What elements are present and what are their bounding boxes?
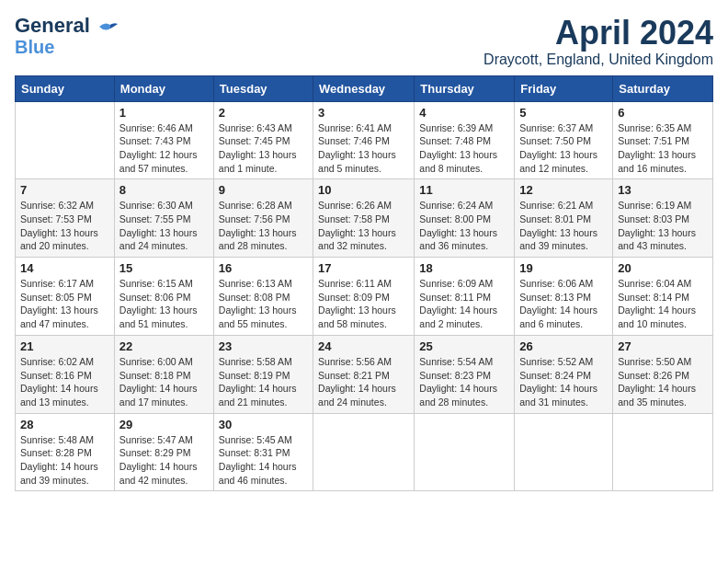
calendar-cell: 22Sunrise: 6:00 AM Sunset: 8:18 PM Dayli…	[114, 335, 213, 413]
day-number: 3	[318, 106, 409, 120]
calendar-cell: 9Sunrise: 6:28 AM Sunset: 7:56 PM Daylig…	[213, 179, 313, 258]
calendar-body: 1Sunrise: 6:46 AM Sunset: 7:43 PM Daylig…	[16, 101, 713, 491]
logo-blue: Blue	[15, 37, 54, 57]
week-row-3: 14Sunrise: 6:17 AM Sunset: 8:05 PM Dayli…	[16, 258, 713, 336]
calendar-cell: 10Sunrise: 6:26 AM Sunset: 7:58 PM Dayli…	[313, 179, 415, 258]
weekday-header-row: SundayMondayTuesdayWednesdayThursdayFrid…	[16, 75, 713, 101]
day-number: 19	[519, 261, 608, 275]
day-number: 13	[618, 183, 708, 197]
calendar-cell: 25Sunrise: 5:54 AM Sunset: 8:23 PM Dayli…	[415, 335, 515, 413]
calendar-cell: 14Sunrise: 6:17 AM Sunset: 8:05 PM Dayli…	[16, 258, 115, 336]
day-info: Sunrise: 5:47 AM Sunset: 8:29 PM Dayligh…	[119, 433, 209, 488]
day-number: 10	[318, 183, 409, 197]
day-number: 18	[419, 261, 509, 275]
calendar-cell: 3Sunrise: 6:41 AM Sunset: 7:46 PM Daylig…	[313, 101, 415, 179]
day-number: 9	[219, 183, 308, 197]
calendar-cell	[613, 413, 713, 491]
day-info: Sunrise: 6:15 AM Sunset: 8:06 PM Dayligh…	[119, 277, 209, 331]
day-info: Sunrise: 6:24 AM Sunset: 8:00 PM Dayligh…	[419, 199, 509, 253]
day-number: 27	[618, 339, 708, 353]
day-number: 23	[219, 339, 308, 353]
calendar-cell: 13Sunrise: 6:19 AM Sunset: 8:03 PM Dayli…	[613, 179, 713, 258]
day-info: Sunrise: 6:26 AM Sunset: 7:58 PM Dayligh…	[318, 199, 409, 253]
day-number: 21	[20, 339, 109, 353]
day-number: 16	[219, 261, 308, 275]
week-row-1: 1Sunrise: 6:46 AM Sunset: 7:43 PM Daylig…	[16, 101, 713, 179]
calendar-cell: 29Sunrise: 5:47 AM Sunset: 8:29 PM Dayli…	[114, 413, 213, 491]
calendar-cell: 6Sunrise: 6:35 AM Sunset: 7:51 PM Daylig…	[613, 101, 713, 179]
day-info: Sunrise: 6:37 AM Sunset: 7:50 PM Dayligh…	[519, 121, 608, 176]
weekday-friday: Friday	[515, 75, 613, 101]
location: Draycott, England, United Kingdom	[483, 52, 713, 68]
month-title: April 2024	[483, 15, 713, 52]
day-info: Sunrise: 6:28 AM Sunset: 7:56 PM Dayligh…	[219, 199, 308, 253]
weekday-tuesday: Tuesday	[213, 75, 313, 101]
day-number: 1	[119, 106, 209, 120]
day-info: Sunrise: 6:32 AM Sunset: 7:53 PM Dayligh…	[20, 199, 109, 253]
calendar-cell: 16Sunrise: 6:13 AM Sunset: 8:08 PM Dayli…	[213, 258, 313, 336]
day-info: Sunrise: 6:30 AM Sunset: 7:55 PM Dayligh…	[119, 199, 209, 253]
day-number: 15	[119, 261, 209, 275]
page-header: General Blue April 2024 Draycott, Englan…	[15, 15, 713, 68]
day-number: 22	[119, 339, 209, 353]
day-info: Sunrise: 5:54 AM Sunset: 8:23 PM Dayligh…	[419, 355, 509, 409]
day-info: Sunrise: 6:35 AM Sunset: 7:51 PM Dayligh…	[618, 121, 708, 176]
day-number: 25	[419, 339, 509, 353]
day-info: Sunrise: 6:13 AM Sunset: 8:08 PM Dayligh…	[219, 277, 308, 331]
weekday-saturday: Saturday	[613, 75, 713, 101]
calendar-table: SundayMondayTuesdayWednesdayThursdayFrid…	[15, 75, 713, 492]
day-number: 14	[20, 261, 109, 275]
calendar-cell: 24Sunrise: 5:56 AM Sunset: 8:21 PM Dayli…	[313, 335, 415, 413]
calendar-cell: 11Sunrise: 6:24 AM Sunset: 8:00 PM Dayli…	[415, 179, 515, 258]
weekday-wednesday: Wednesday	[313, 75, 415, 101]
day-info: Sunrise: 6:46 AM Sunset: 7:43 PM Dayligh…	[119, 121, 209, 176]
calendar-cell: 2Sunrise: 6:43 AM Sunset: 7:45 PM Daylig…	[213, 101, 313, 179]
day-number: 28	[20, 418, 109, 431]
day-info: Sunrise: 5:52 AM Sunset: 8:24 PM Dayligh…	[519, 355, 608, 409]
day-info: Sunrise: 6:21 AM Sunset: 8:01 PM Dayligh…	[519, 199, 608, 253]
calendar-cell: 18Sunrise: 6:09 AM Sunset: 8:11 PM Dayli…	[415, 258, 515, 336]
calendar-cell: 7Sunrise: 6:32 AM Sunset: 7:53 PM Daylig…	[16, 179, 115, 258]
bird-icon	[97, 19, 118, 34]
day-number: 2	[219, 106, 308, 120]
day-number: 29	[119, 418, 209, 431]
calendar-cell: 4Sunrise: 6:39 AM Sunset: 7:48 PM Daylig…	[415, 101, 515, 179]
calendar-cell	[515, 413, 613, 491]
day-number: 8	[119, 183, 209, 197]
logo-text: General	[15, 15, 118, 37]
title-area: April 2024 Draycott, England, United Kin…	[483, 15, 713, 68]
calendar-cell: 17Sunrise: 6:11 AM Sunset: 8:09 PM Dayli…	[313, 258, 415, 336]
calendar-cell: 30Sunrise: 5:45 AM Sunset: 8:31 PM Dayli…	[213, 413, 313, 491]
calendar-cell: 20Sunrise: 6:04 AM Sunset: 8:14 PM Dayli…	[613, 258, 713, 336]
day-info: Sunrise: 6:43 AM Sunset: 7:45 PM Dayligh…	[219, 121, 308, 176]
calendar-cell: 8Sunrise: 6:30 AM Sunset: 7:55 PM Daylig…	[114, 179, 213, 258]
day-info: Sunrise: 6:19 AM Sunset: 8:03 PM Dayligh…	[618, 199, 708, 253]
logo: General Blue	[15, 15, 118, 57]
weekday-thursday: Thursday	[415, 75, 515, 101]
day-info: Sunrise: 6:02 AM Sunset: 8:16 PM Dayligh…	[20, 355, 109, 409]
day-number: 7	[20, 183, 109, 197]
day-number: 26	[519, 339, 608, 353]
day-info: Sunrise: 6:41 AM Sunset: 7:46 PM Dayligh…	[318, 121, 409, 176]
day-info: Sunrise: 6:04 AM Sunset: 8:14 PM Dayligh…	[618, 277, 708, 331]
calendar-cell: 27Sunrise: 5:50 AM Sunset: 8:26 PM Dayli…	[613, 335, 713, 413]
day-info: Sunrise: 6:00 AM Sunset: 8:18 PM Dayligh…	[119, 355, 209, 409]
calendar-cell	[313, 413, 415, 491]
day-info: Sunrise: 6:39 AM Sunset: 7:48 PM Dayligh…	[419, 121, 509, 176]
day-info: Sunrise: 6:11 AM Sunset: 8:09 PM Dayligh…	[318, 277, 409, 331]
day-number: 5	[519, 106, 608, 120]
day-number: 24	[318, 339, 409, 353]
calendar-cell	[415, 413, 515, 491]
weekday-sunday: Sunday	[16, 75, 115, 101]
day-number: 11	[419, 183, 509, 197]
calendar-cell: 5Sunrise: 6:37 AM Sunset: 7:50 PM Daylig…	[515, 101, 613, 179]
day-number: 17	[318, 261, 409, 275]
day-info: Sunrise: 5:45 AM Sunset: 8:31 PM Dayligh…	[219, 433, 308, 488]
day-number: 12	[519, 183, 608, 197]
calendar-cell: 1Sunrise: 6:46 AM Sunset: 7:43 PM Daylig…	[114, 101, 213, 179]
day-info: Sunrise: 5:56 AM Sunset: 8:21 PM Dayligh…	[318, 355, 409, 409]
calendar-cell: 26Sunrise: 5:52 AM Sunset: 8:24 PM Dayli…	[515, 335, 613, 413]
calendar-cell: 19Sunrise: 6:06 AM Sunset: 8:13 PM Dayli…	[515, 258, 613, 336]
day-number: 6	[618, 106, 708, 120]
calendar-cell	[16, 101, 115, 179]
